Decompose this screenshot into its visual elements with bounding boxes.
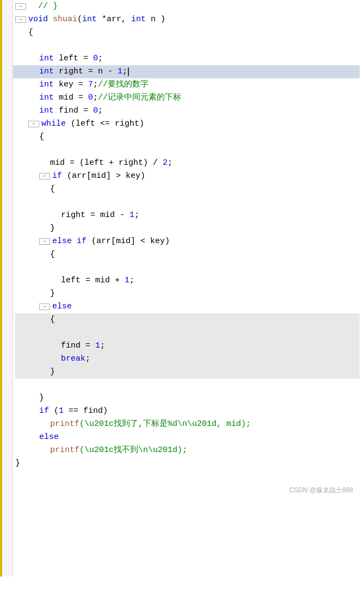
code-line-19: − else if (arr[mid] < key): [15, 235, 360, 248]
code-line-3: {: [15, 26, 360, 39]
code-line-10: − while (left <= right): [15, 117, 360, 131]
fold-btn-1[interactable]: −: [15, 3, 26, 10]
code-line-27: find = 1;: [15, 339, 360, 352]
code-line-4: [15, 39, 360, 52]
code-line-31: }: [15, 392, 360, 405]
code-line-9: int find = 0;: [15, 104, 360, 117]
code-line-34: else: [15, 431, 360, 444]
code-line-7: int key = 7;//要找的数字: [15, 78, 360, 91]
fold-marker-area: [2, 0, 13, 577]
fold-btn-2[interactable]: −: [15, 16, 26, 23]
code-line-16: [15, 196, 360, 209]
code-line-22: left = mid + 1;: [15, 274, 360, 287]
code-line-6: int right = n - 1;: [13, 65, 360, 78]
code-line-17: right = mid - 1;: [15, 209, 360, 222]
code-line-24: − else: [15, 300, 360, 313]
code-line-11: {: [15, 131, 360, 144]
code-line-28: break;: [15, 352, 360, 366]
code-line-20: {: [15, 248, 360, 261]
fold-btn-19[interactable]: −: [39, 238, 50, 245]
code-line-21: [15, 261, 360, 274]
code-line-8: int mid = 0;//记录中间元素的下标: [15, 91, 360, 104]
code-line-26: [15, 326, 360, 339]
code-line-5: int left = 0;: [15, 52, 360, 65]
code-line-30: [15, 379, 360, 392]
editor: − // } − void shuai(int *arr, int n ) { …: [0, 0, 364, 577]
code-line-13: mid = (left + right) / 2;: [15, 157, 360, 170]
fold-btn-24[interactable]: −: [39, 304, 50, 310]
code-line-36: }: [15, 457, 360, 470]
code-line-23: }: [15, 287, 360, 300]
fold-btn-14[interactable]: −: [39, 173, 50, 180]
code-line-35: printf(\u201c找不到\n\u201d);: [15, 444, 360, 457]
code-line-15: {: [15, 183, 360, 196]
code-line-2: − void shuai(int *arr, int n ): [15, 13, 360, 26]
code-line-14: − if (arr[mid] > key): [15, 170, 360, 183]
code-line-18: }: [15, 222, 360, 235]
line1-text: // }: [28, 0, 58, 13]
code-line-1: − // }: [15, 0, 360, 13]
watermark: CSDN @爆龙战士888: [15, 481, 360, 498]
code-line-33: printf(\u201c找到了,下标是%d\n\u201d, mid);: [15, 418, 360, 431]
code-line-25: {: [15, 313, 360, 326]
code-line-29: }: [15, 366, 360, 379]
code-line-32: if (1 == find): [15, 405, 360, 418]
fold-btn-10[interactable]: −: [28, 121, 39, 127]
code-line-12: [15, 144, 360, 157]
code-content: − // } − void shuai(int *arr, int n ) { …: [13, 0, 364, 577]
